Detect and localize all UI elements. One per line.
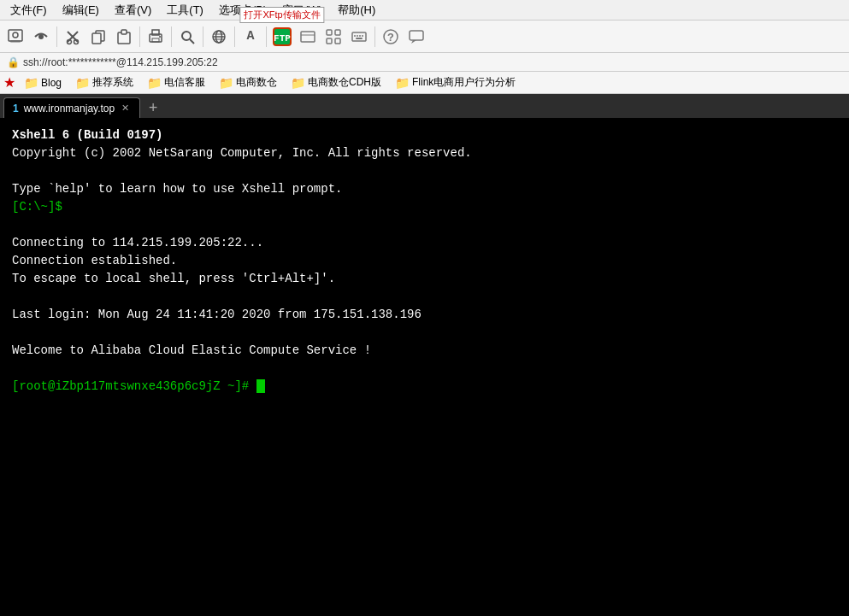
svg-rect-9 bbox=[92, 33, 101, 44]
copy-button[interactable] bbox=[86, 25, 110, 49]
svg-rect-31 bbox=[352, 32, 366, 41]
term-l1: Xshell 6 (Build 0197) bbox=[12, 128, 162, 142]
toolbar-separator-1 bbox=[56, 26, 57, 47]
new-tab-button[interactable]: + bbox=[144, 99, 162, 118]
svg-point-16 bbox=[182, 32, 191, 40]
toolbar-separator-6 bbox=[266, 26, 267, 47]
connection-address: ssh://root:************@114.215.199.205:… bbox=[23, 56, 218, 68]
paste-button[interactable] bbox=[112, 25, 136, 49]
svg-rect-28 bbox=[335, 30, 340, 35]
bookmark-folder-icon-1: 📁 bbox=[75, 76, 90, 90]
bookmark-folder-icon-5: 📁 bbox=[395, 76, 410, 90]
bookmark-label-2: 电信客服 bbox=[164, 75, 205, 90]
svg-rect-39 bbox=[410, 31, 423, 40]
toolbar: A FTP 打开XFtp传输文件 ? bbox=[0, 21, 849, 53]
xftp-button[interactable]: FTP 打开XFtp传输文件 bbox=[270, 25, 294, 49]
help-button[interactable]: ? bbox=[379, 25, 403, 49]
menu-file[interactable]: 文件(F) bbox=[3, 1, 54, 20]
svg-rect-0 bbox=[9, 30, 22, 41]
bookmark-folder-icon-2: 📁 bbox=[147, 76, 162, 90]
bookmark-recommend[interactable]: 📁 推荐系统 bbox=[70, 73, 139, 91]
bookmark-folder-icon-0: 📁 bbox=[24, 76, 38, 90]
session-manager-button[interactable] bbox=[321, 25, 345, 49]
menu-tools[interactable]: 工具(T) bbox=[160, 1, 210, 20]
term-l11: Last login: Mon Aug 24 11:41:20 2020 fro… bbox=[12, 308, 422, 321]
svg-rect-30 bbox=[335, 38, 340, 44]
tab-close-button[interactable]: ✕ bbox=[120, 103, 131, 114]
menu-edit[interactable]: 编辑(E) bbox=[56, 1, 106, 20]
globe-button[interactable] bbox=[207, 25, 231, 49]
svg-point-7 bbox=[74, 39, 79, 44]
bookmark-blog[interactable]: 📁 Blog bbox=[19, 74, 67, 91]
bookmark-label-4: 电商数仓CDH版 bbox=[308, 75, 381, 90]
bookmark-folder-icon-4: 📁 bbox=[291, 76, 305, 90]
find-button[interactable] bbox=[175, 25, 199, 49]
svg-point-6 bbox=[68, 39, 72, 44]
connection-bar: 🔒 ssh://root:************@114.215.199.20… bbox=[0, 53, 849, 72]
connection-icon: 🔒 bbox=[7, 56, 20, 68]
bookmark-telecom[interactable]: 📁 电信客服 bbox=[142, 73, 210, 91]
new-session-button[interactable] bbox=[3, 25, 27, 49]
tab-number: 1 bbox=[13, 103, 19, 114]
svg-text:FTP: FTP bbox=[274, 33, 291, 44]
term-prompt: [root@iZbp117mtswnxe436p6c9jZ ~]# bbox=[12, 379, 265, 393]
chat-button[interactable] bbox=[404, 25, 428, 49]
toolbar-separator-5 bbox=[234, 26, 235, 47]
term-l7: Connecting to 114.215.199.205:22... bbox=[12, 236, 263, 249]
terminal-cursor bbox=[256, 379, 265, 393]
bookmark-folder-icon-3: 📁 bbox=[219, 76, 233, 90]
bookmark-ecommerce-cdh[interactable]: 📁 电商数仓CDH版 bbox=[286, 73, 386, 91]
toolbar-separator-7 bbox=[374, 26, 375, 47]
toolbar-separator-2 bbox=[139, 26, 140, 47]
menu-tabs[interactable]: 选项卡(B) bbox=[212, 1, 274, 20]
toolbar-separator-4 bbox=[203, 26, 203, 47]
bookmarks-bar: ★ 📁 Blog 📁 推荐系统 📁 电信客服 📁 电商数仓 📁 电商数仓CDH版… bbox=[0, 72, 849, 94]
transfer-button[interactable] bbox=[296, 25, 320, 49]
bookmark-label-5: Flink电商用户行为分析 bbox=[412, 75, 516, 90]
bookmark-flink[interactable]: 📁 Flink电商用户行为分析 bbox=[390, 73, 521, 91]
tab-1[interactable]: 1 www.ironmanjay.top ✕ bbox=[3, 97, 140, 118]
svg-point-1 bbox=[13, 32, 18, 38]
bookmark-label-3: 电商数仓 bbox=[236, 75, 277, 90]
term-l4: Type `help' to learn how to use Xshell p… bbox=[12, 182, 342, 196]
keyboard-button[interactable] bbox=[347, 25, 371, 49]
menu-help[interactable]: 帮助(H) bbox=[331, 1, 382, 20]
print-button[interactable] bbox=[144, 25, 168, 49]
svg-rect-29 bbox=[327, 38, 332, 44]
svg-text:?: ? bbox=[387, 32, 394, 44]
svg-rect-11 bbox=[121, 30, 127, 34]
bookmark-ecommerce[interactable]: 📁 电商数仓 bbox=[214, 73, 282, 91]
tabbar: 1 www.ironmanjay.top ✕ + bbox=[0, 94, 849, 118]
bookmark-label-0: Blog bbox=[41, 77, 62, 89]
cut-button[interactable] bbox=[61, 25, 85, 49]
svg-rect-2 bbox=[10, 40, 21, 43]
menu-view[interactable]: 查看(V) bbox=[108, 1, 158, 20]
terminal[interactable]: Xshell 6 (Build 0197) Copyright (c) 2002… bbox=[0, 118, 849, 616]
svg-point-3 bbox=[38, 34, 44, 39]
svg-rect-27 bbox=[327, 30, 332, 35]
term-l8: Connection established. bbox=[12, 254, 177, 267]
term-l9: To escape to local shell, press 'Ctrl+Al… bbox=[12, 272, 335, 285]
svg-rect-25 bbox=[301, 32, 315, 42]
term-l13: Welcome to Alibaba Cloud Elastic Compute… bbox=[12, 343, 371, 357]
term-l5: [C:\~]$ bbox=[12, 200, 62, 214]
bookmark-label-1: 推荐系统 bbox=[92, 75, 133, 90]
term-l2: Copyright (c) 2002 NetSarang Computer, I… bbox=[12, 146, 472, 160]
svg-point-15 bbox=[159, 36, 161, 38]
toolbar-separator-3 bbox=[171, 26, 172, 47]
svg-line-17 bbox=[190, 39, 194, 44]
tab-label: www.ironmanjay.top bbox=[24, 103, 115, 114]
menubar: 文件(F) 编辑(E) 查看(V) 工具(T) 选项卡(B) 窗口(W) 帮助(… bbox=[0, 0, 849, 21]
menu-window[interactable]: 窗口(W) bbox=[275, 1, 329, 20]
connect-button[interactable] bbox=[29, 25, 53, 49]
font-button[interactable]: A bbox=[239, 25, 262, 49]
bookmark-star: ★ bbox=[3, 74, 15, 91]
